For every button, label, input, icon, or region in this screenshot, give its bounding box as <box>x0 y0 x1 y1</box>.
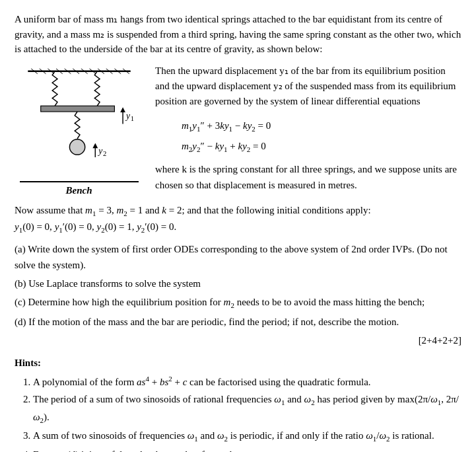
hint-3: A sum of two sinosoids of frequencies ω1… <box>33 428 461 445</box>
equation-text-block: Then the upward displacement y₁ of the b… <box>155 63 461 193</box>
marks: [2+4+2+2] <box>15 332 461 348</box>
spring-diagram: y 1 y 2 <box>20 66 139 178</box>
equations-block: m1y1″ + 3ky1 − ky2 = 0 m2y2″ − ky1 + ky2… <box>182 116 461 157</box>
svg-marker-15 <box>120 107 125 112</box>
assume-section: Now assume that m1 = 3, m2 = 1 and k = 2… <box>15 203 461 236</box>
hints-list: A polynomial of the form as4 + bs2 + c c… <box>15 373 461 452</box>
bench-line <box>20 181 139 182</box>
svg-rect-13 <box>40 106 114 112</box>
hints-section: Hints: A polynomial of the form as4 + bs… <box>15 355 461 452</box>
equation-intro-text: Then the upward displacement y₁ of the b… <box>155 63 461 110</box>
hint-4: For part (d) it is useful to plot the gr… <box>33 447 461 452</box>
svg-text:2: 2 <box>102 149 106 157</box>
question-c: (c) Determine how high the equilibrium p… <box>15 294 461 312</box>
svg-text:y: y <box>97 146 103 156</box>
svg-text:y: y <box>124 110 130 120</box>
equation-1: m1y1″ + 3ky1 − ky2 = 0 <box>182 116 461 136</box>
assume-text: Now assume that m1 = 3, m2 = 1 and k = 2… <box>15 203 461 236</box>
hints-title: Hints: <box>15 355 461 371</box>
intro-paragraph: A uniform bar of mass m₁ hangs from two … <box>15 12 461 57</box>
hint-2: The period of a sum of two sinosoids of … <box>33 391 461 426</box>
svg-point-18 <box>69 139 85 154</box>
svg-marker-20 <box>92 143 98 148</box>
questions-section: (a) Write down the system of first order… <box>15 241 461 349</box>
question-d: (d) If the motion of the mass and the ba… <box>15 314 461 330</box>
bench-label: Bench <box>65 185 92 196</box>
hint-1: A polynomial of the form as4 + bs2 + c c… <box>33 373 461 390</box>
question-b: (b) Use Laplace transforms to solve the … <box>15 276 461 291</box>
where-text: where k is the spring constant for all t… <box>155 162 461 193</box>
svg-text:1: 1 <box>130 114 133 122</box>
question-a: (a) Write down the system of first order… <box>15 241 461 273</box>
equation-2: m2y2″ − ky1 + ky2 = 0 <box>182 136 461 157</box>
diagram-container: y 1 y 2 Bench <box>15 63 143 196</box>
diagram-equation-row: y 1 y 2 Bench Then the upward displaceme… <box>15 63 461 196</box>
